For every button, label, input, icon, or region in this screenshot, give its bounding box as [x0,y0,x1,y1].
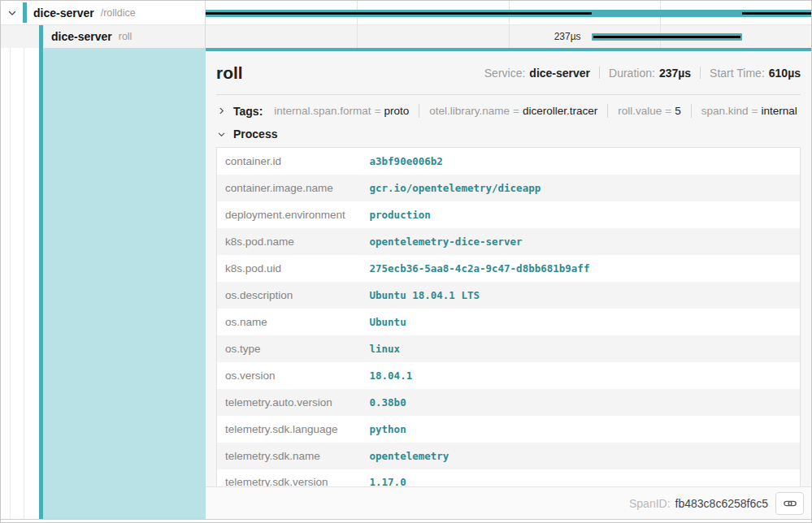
process-key: os.name [217,309,362,335]
table-row: telemetry.auto.version0.38b0 [217,389,801,416]
process-value: production [362,201,801,228]
process-key: os.description [217,282,362,309]
tag-value: diceroller.tracer [523,105,597,117]
table-row: telemetry.sdk.nameopentelemetry [217,443,801,469]
process-value: 275ecb36-5aa8-4c2a-9c47-d8bb681b9aff [362,255,801,282]
table-row: os.version18.04.1 [217,362,801,389]
process-key: telemetry.auto.version [217,389,362,416]
tag-value: internal [761,105,797,117]
span-detail-panel: roll Service: dice-server Duration: 237µ… [206,48,811,519]
process-value: opentelemetry [362,443,801,469]
child-span-duration-label: 237µs [206,30,581,43]
process-key: telemetry.sdk.name [217,443,362,469]
selected-span-highlight [43,48,206,519]
start-time-label: Start Time: [710,67,765,80]
duration-value: 237µs [659,67,691,80]
span-timeline: 237µs [206,1,811,48]
service-color-marker [23,2,27,23]
tag-value: proto [384,105,410,117]
process-value: a3bf90e006b2 [362,148,801,175]
process-accordion[interactable]: Process [216,123,801,147]
tag-value: 5 [675,105,681,117]
table-row: os.typelinux [217,335,801,362]
span-detail-header: roll Service: dice-server Duration: 237µ… [216,51,801,94]
span-id-value: fb483c8c6258f6c5 [675,497,768,510]
root-span-selftime-segment [742,12,811,15]
child-span-bar[interactable] [592,33,743,41]
span-row-rolldice[interactable]: dice-server /rolldice [1,1,205,24]
table-row: k8s.pod.nameopentelemetry-dice-server [217,228,801,255]
deep-link-button[interactable] [775,492,804,515]
operation-name: roll [119,31,132,42]
window-bottom-border [1,519,811,520]
stat-separator [700,67,701,79]
tree-indent-guide [10,48,11,519]
process-key: k8s.pod.uid [217,255,362,282]
operation-name: /rolldice [101,7,136,19]
process-key: container.image.name [217,175,362,201]
trace-detail-window: 237µs dice-server /rolldice dice-server … [0,0,812,523]
tag-equals: = [665,105,671,117]
tag-key: roll.value [618,105,662,117]
process-value: 0.38b0 [362,389,801,416]
process-value: Ubuntu [362,309,801,335]
tag-separator [607,104,608,118]
process-label: Process [233,128,277,140]
process-key: container.id [217,148,362,175]
service-name: dice-server [33,6,94,19]
link-icon [783,496,797,511]
process-value: 18.04.1 [362,362,801,389]
process-value: Ubuntu 18.04.1 LTS [362,282,801,309]
tag-equals: = [513,105,519,117]
duration-label: Duration: [609,67,655,80]
chevron-right-icon [217,106,226,115]
timeline-gridline [660,1,661,48]
tag-separator [419,104,419,118]
span-id-label: SpanID: [629,497,671,510]
service-value: dice-server [529,67,590,80]
process-key: os.type [217,335,362,362]
table-row: telemetry.sdk.languagepython [217,416,801,443]
chevron-down-icon [217,130,226,139]
process-value: opentelemetry-dice-server [362,228,801,255]
stat-separator [599,67,600,79]
tag-key: internal.span.format [274,105,371,117]
table-row: container.image.namegcr.io/opentelemetry… [217,175,801,201]
span-row-roll[interactable]: dice-server roll [1,24,205,48]
table-row: deployment.environmentproduction [217,201,801,228]
root-span-selftime-segment [206,12,592,15]
tag-summary-item: span.kind=internal [701,105,797,117]
tags-label: Tags: [233,105,263,118]
process-key: telemetry.sdk.language [217,416,362,443]
tag-equals: = [752,105,758,117]
tag-key: otel.library.name [429,105,510,117]
selected-span-color-bar [39,25,43,519]
process-key: deployment.environment [217,201,362,228]
start-time-value: 610µs [769,67,801,80]
service-name: dice-server [51,30,112,43]
process-table: container.ida3bf90e006b2 container.image… [216,147,801,496]
tag-summary-item: otel.library.name=diceroller.tracer [429,105,597,117]
chevron-down-icon[interactable] [7,7,18,19]
tag-separator [691,104,692,118]
process-value: python [362,416,801,443]
process-value: linux [362,335,801,362]
service-label: Service: [484,67,526,80]
span-stats: Service: dice-server Duration: 237µs Sta… [484,67,801,80]
tag-summary-item: internal.span.format=proto [274,105,409,117]
tags-accordion[interactable]: Tags: internal.span.format=proto otel.li… [216,95,801,123]
table-row: os.nameUbuntu [217,309,801,335]
child-span-selftime-segment [593,36,741,38]
table-row: os.descriptionUbuntu 18.04.1 LTS [217,282,801,309]
process-value: gcr.io/opentelemetry/diceapp [362,175,801,201]
tag-key: span.kind [701,105,749,117]
process-key: os.version [217,362,362,389]
name-column-divider [205,1,206,48]
table-row: container.ida3bf90e006b2 [217,148,801,175]
root-span-bar[interactable] [206,10,811,17]
table-row: k8s.pod.uid275ecb36-5aa8-4c2a-9c47-d8bb6… [217,255,801,282]
span-operation-title: roll [216,63,243,83]
span-detail-footer: SpanID: fb483c8c6258f6c5 [206,486,811,519]
process-key: k8s.pod.name [217,228,362,255]
tag-summary-item: roll.value=5 [618,105,680,117]
